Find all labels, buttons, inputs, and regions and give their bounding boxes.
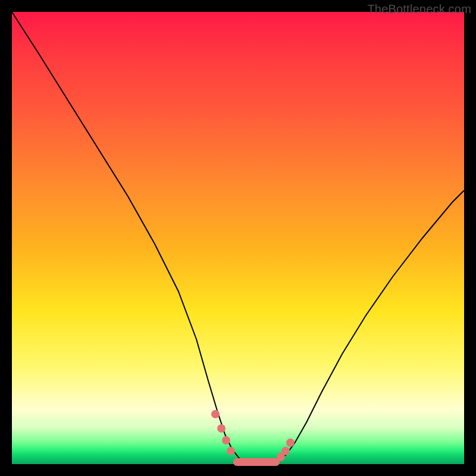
valley-bar xyxy=(233,458,280,466)
watermark-text: TheBottleneck.com xyxy=(367,2,471,16)
marker-dot xyxy=(281,447,290,455)
bottleneck-curve xyxy=(12,12,464,464)
marker-dot xyxy=(222,436,230,444)
marker-dot xyxy=(211,410,220,418)
plot-area xyxy=(12,12,464,464)
marker-dot xyxy=(217,424,226,433)
curve-path xyxy=(12,12,464,462)
marker-dot xyxy=(286,439,295,447)
chart-frame: TheBottleneck.com xyxy=(0,0,476,476)
marker-dot xyxy=(227,447,235,455)
